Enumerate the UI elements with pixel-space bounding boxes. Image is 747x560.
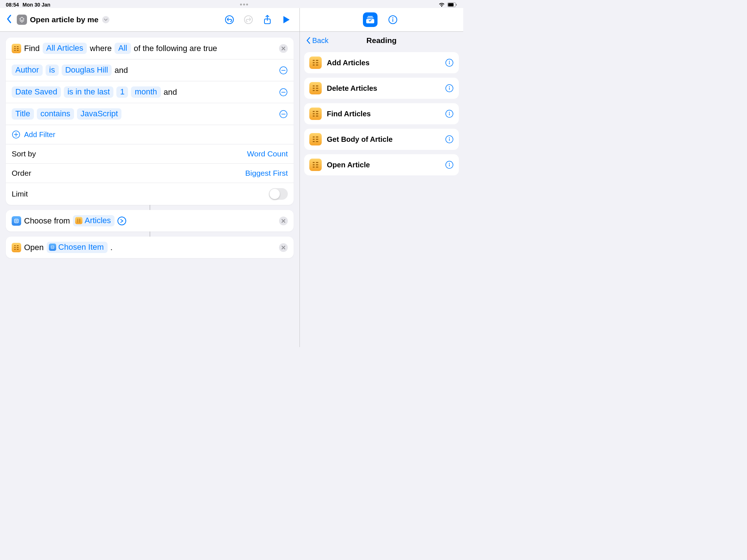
- svg-rect-60: [316, 90, 318, 91]
- find-scope-token[interactable]: All Articles: [43, 43, 87, 54]
- delete-action-button[interactable]: [279, 217, 288, 225]
- action-info-button[interactable]: [445, 84, 454, 93]
- filter-row-2[interactable]: Title contains JavaScript: [6, 103, 294, 125]
- remove-filter-button[interactable]: [279, 66, 288, 75]
- filter-value[interactable]: Douglas Hill: [62, 65, 112, 76]
- remove-filter-button[interactable]: [279, 88, 288, 97]
- open-target-token[interactable]: Chosen Item: [47, 242, 108, 253]
- action-info-button[interactable]: [445, 160, 454, 169]
- choose-target-label: Articles: [85, 216, 111, 225]
- filter-row-1[interactable]: Date Saved is in the last 1 month and: [6, 81, 294, 103]
- svg-rect-84: [313, 167, 315, 168]
- svg-rect-11: [17, 50, 19, 51]
- right-title: Reading: [367, 36, 397, 45]
- filter-op[interactable]: contains: [37, 108, 74, 120]
- order-value[interactable]: Biggest First: [245, 169, 288, 178]
- limit-label: Limit: [12, 190, 28, 198]
- filter-field[interactable]: Author: [12, 65, 43, 76]
- editor-toolbar: Open article by me: [0, 8, 299, 32]
- find-header-row[interactable]: Find All Articles where All of the follo…: [6, 38, 294, 59]
- find-action-card: Find All Articles where All of the follo…: [6, 38, 294, 205]
- open-action-card: Open Chosen Item .: [6, 237, 294, 258]
- svg-rect-29: [79, 220, 81, 221]
- choose-action-card: Choose from Articles: [6, 210, 294, 232]
- find-verb: Find: [24, 44, 40, 53]
- add-filter-label: Add Filter: [24, 131, 55, 139]
- share-button[interactable]: [260, 12, 275, 27]
- connector: [150, 232, 150, 237]
- svg-rect-1: [448, 3, 454, 6]
- open-verb: Open: [24, 243, 44, 252]
- svg-rect-68: [316, 113, 318, 114]
- expand-action-button[interactable]: [117, 217, 126, 225]
- find-match-token[interactable]: All: [115, 43, 131, 54]
- sort-by-value[interactable]: Word Count: [247, 149, 288, 158]
- info-tab[interactable]: [386, 12, 400, 27]
- svg-rect-74: [313, 139, 315, 140]
- svg-rect-48: [313, 65, 315, 66]
- delete-action-button[interactable]: [279, 243, 288, 252]
- svg-rect-33: [14, 249, 16, 250]
- run-button[interactable]: [279, 12, 294, 27]
- svg-rect-26: [77, 220, 78, 221]
- open-row[interactable]: Open Chosen Item .: [6, 237, 294, 258]
- svg-rect-81: [449, 139, 450, 141]
- choose-icon: [12, 216, 21, 226]
- svg-rect-49: [316, 60, 318, 61]
- action-info-button[interactable]: [445, 58, 454, 67]
- filter-number[interactable]: 1: [116, 86, 128, 98]
- battery-icon: [447, 2, 457, 7]
- shortcut-title[interactable]: Open article by me: [17, 15, 109, 25]
- svg-rect-63: [449, 88, 450, 90]
- limit-row: Limit: [6, 183, 294, 205]
- multitask-dots[interactable]: •••: [50, 1, 438, 8]
- filter-value[interactable]: JavaScript: [77, 108, 122, 120]
- svg-point-89: [449, 163, 450, 164]
- svg-rect-2: [456, 4, 457, 5]
- svg-rect-72: [449, 113, 450, 116]
- filter-field[interactable]: Title: [12, 108, 34, 120]
- svg-rect-64: [313, 111, 315, 112]
- limit-toggle[interactable]: [269, 188, 288, 200]
- plus-circle-icon: [12, 130, 20, 139]
- choose-target-token[interactable]: Articles: [73, 215, 115, 226]
- reading-app-icon: [309, 57, 322, 69]
- action-item-body[interactable]: Get Body of Article: [304, 129, 459, 150]
- remove-filter-button[interactable]: [279, 110, 288, 118]
- filter-op[interactable]: is in the last: [64, 86, 113, 98]
- svg-rect-58: [316, 86, 318, 87]
- action-info-button[interactable]: [445, 109, 454, 118]
- reading-app-icon: [309, 108, 322, 120]
- filter-unit[interactable]: month: [131, 86, 160, 98]
- svg-rect-54: [449, 62, 450, 65]
- order-row[interactable]: Order Biggest First: [6, 164, 294, 183]
- sort-by-row[interactable]: Sort by Word Count: [6, 144, 294, 164]
- svg-rect-41: [367, 18, 374, 18]
- reading-app-icon: [309, 159, 322, 171]
- undo-button[interactable]: [222, 12, 237, 27]
- action-item-add[interactable]: Add Articles: [304, 52, 459, 73]
- library-tab[interactable]: [363, 12, 378, 27]
- svg-point-62: [449, 86, 450, 87]
- action-item-delete[interactable]: Delete Articles: [304, 78, 459, 99]
- svg-rect-8: [14, 50, 16, 51]
- action-label: Add Articles: [327, 59, 440, 67]
- filter-row-0[interactable]: Author is Douglas Hill and: [6, 59, 294, 81]
- filter-op[interactable]: is: [46, 65, 59, 76]
- right-back-button[interactable]: Back: [306, 32, 328, 49]
- filter-field[interactable]: Date Saved: [12, 86, 61, 98]
- redo-button[interactable]: [241, 12, 256, 27]
- filter-trail: and: [164, 88, 177, 97]
- back-button[interactable]: [6, 14, 12, 26]
- action-item-open[interactable]: Open Article: [304, 154, 459, 175]
- delete-action-button[interactable]: [279, 44, 288, 53]
- editor-pane: Open article by me: [0, 8, 300, 347]
- reading-app-icon: [309, 82, 322, 94]
- add-filter-button[interactable]: Add Filter: [6, 125, 294, 144]
- choose-row[interactable]: Choose from Articles: [6, 210, 294, 232]
- action-item-find[interactable]: Find Articles: [304, 103, 459, 124]
- svg-rect-67: [316, 111, 318, 112]
- svg-rect-77: [316, 139, 318, 140]
- svg-rect-69: [316, 116, 318, 117]
- action-info-button[interactable]: [445, 135, 454, 144]
